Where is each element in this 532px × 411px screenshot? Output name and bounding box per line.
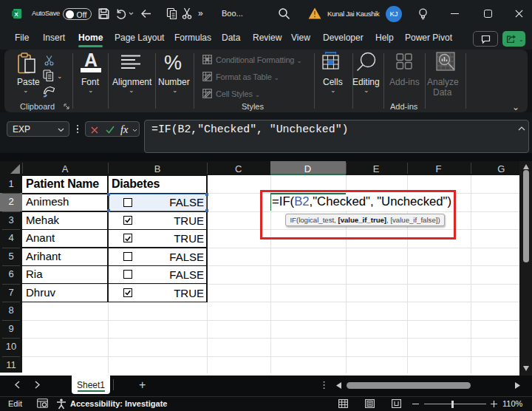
svg-text:X: X	[14, 11, 18, 18]
